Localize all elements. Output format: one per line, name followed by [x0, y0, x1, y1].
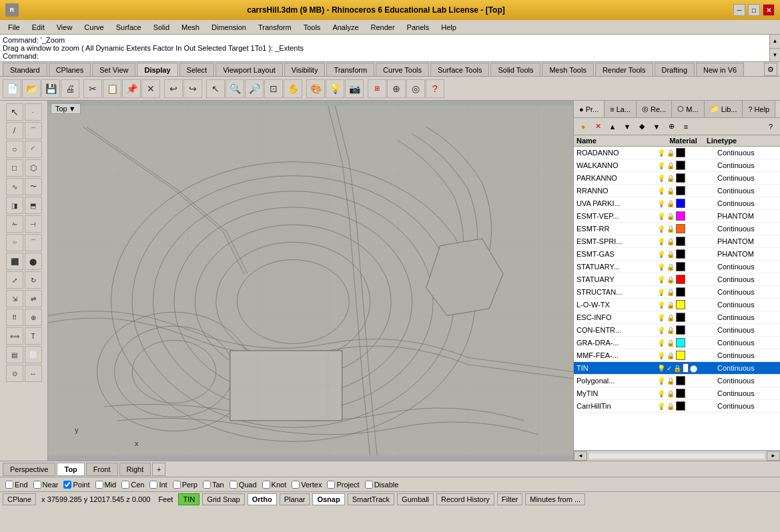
line-tool[interactable]: / [6, 122, 23, 139]
surface-tool[interactable]: ◨ [6, 197, 23, 214]
smarttrack-button[interactable]: SmartTrack [348, 493, 394, 505]
viewport-tab-perspective[interactable]: Perspective [3, 463, 55, 476]
layer-color-swatch[interactable] [676, 237, 685, 246]
circle-tool[interactable]: ○ [6, 141, 23, 158]
undo-button[interactable]: ↩ [164, 79, 183, 98]
record-history-button[interactable]: Record History [436, 493, 494, 505]
osnap-button[interactable]: Osnap [312, 493, 344, 505]
lock-icon[interactable]: 🔒 [667, 403, 675, 410]
layer-color-swatch[interactable] [676, 287, 685, 297]
panel-tab-help[interactable]: ? Help [743, 101, 775, 117]
box-tool[interactable]: ⬛ [6, 253, 23, 270]
minimize-button[interactable]: ─ [733, 4, 745, 16]
filter-button[interactable]: ◆ [635, 120, 649, 133]
menu-render[interactable]: Render [366, 22, 400, 33]
add-viewport-button[interactable]: + [152, 463, 165, 476]
chamfer-tool[interactable]: ⌒ [25, 234, 42, 251]
close-button[interactable]: ✕ [763, 4, 775, 16]
render-button[interactable]: 🎨 [306, 79, 325, 98]
lock-icon[interactable]: 🔒 [667, 327, 675, 334]
menu-view[interactable]: View [51, 22, 78, 33]
layer-color-swatch[interactable] [676, 224, 685, 233]
menu-transform[interactable]: Transform [253, 22, 297, 33]
layer-color-swatch[interactable] [676, 338, 685, 347]
layer-color-swatch[interactable] [676, 148, 685, 157]
hatch-tool[interactable]: ▤ [6, 346, 23, 363]
tab-drafting[interactable]: Drafting [655, 63, 695, 76]
scroll-right-button[interactable]: ► [767, 451, 780, 461]
lock-icon[interactable]: 🔒 [667, 352, 675, 359]
visibility-icon[interactable]: 💡 [657, 213, 665, 220]
layer-row[interactable]: ESC-INFO 💡 🔒 Continuous [574, 311, 780, 324]
layer-color-swatch[interactable] [676, 173, 685, 183]
visibility-icon[interactable]: 💡 [657, 339, 665, 347]
visibility-icon[interactable]: 💡 [657, 403, 665, 410]
layer-row[interactable]: GRA-DRA-... 💡 🔒 Continuous [574, 337, 780, 349]
panel-tab-materials[interactable]: ⬡ M... [672, 101, 704, 117]
help-button[interactable]: ? [426, 79, 444, 98]
cut-button[interactable]: ✂ [83, 79, 102, 98]
viewport-tab-front[interactable]: Front [86, 463, 118, 476]
layer-color-swatch[interactable] [676, 199, 685, 208]
grid-snap-button[interactable]: Grid Snap [202, 493, 245, 505]
layer-row[interactable]: PARKANNO 💡 🔒 Continuous [574, 172, 780, 185]
array-tool[interactable]: ⠿ [6, 309, 23, 326]
layer-row[interactable]: Polygonal... 💡 🔒 Continuous [574, 375, 780, 387]
panel-tab-render[interactable]: ◎ Re... [637, 101, 672, 117]
tab-display[interactable]: Display [137, 63, 177, 76]
layer-color-swatch[interactable] [676, 401, 685, 411]
grid-button[interactable]: ⊞ [368, 79, 386, 98]
cplane-indicator[interactable]: CPlane [3, 493, 36, 505]
extrude-tool[interactable]: ⬒ [25, 197, 42, 214]
visibility-icon[interactable]: 💡 [657, 200, 665, 207]
layer-row[interactable]: CON-ENTR... 💡 🔒 Continuous [574, 324, 780, 337]
material-column-header[interactable]: Material [660, 137, 707, 145]
layer-row[interactable]: STRUCTAN... 💡 🔒 Continuous [574, 286, 780, 299]
visibility-icon[interactable]: 💡 [657, 314, 665, 321]
end-checkbox[interactable]: End [5, 481, 28, 489]
quad-checkbox[interactable]: Quad [230, 481, 257, 489]
lock-icon[interactable]: 🔒 [667, 301, 675, 309]
vertex-checkbox[interactable]: Vertex [292, 481, 322, 489]
sphere-tool[interactable]: ⬤ [25, 253, 42, 270]
visibility-icon[interactable]: 💡 [657, 251, 665, 258]
menu-dimension[interactable]: Dimension [206, 22, 252, 33]
rectangle-tool[interactable]: □ [6, 159, 23, 177]
menu-solid[interactable]: Solid [148, 22, 175, 33]
panel-tab-layers[interactable]: ≡ La... [605, 101, 637, 117]
menu-analyze[interactable]: Analyze [327, 22, 364, 33]
paste-button[interactable]: 📌 [122, 79, 141, 98]
layer-row[interactable]: L-O-W-TX 💡 🔒 Continuous [574, 299, 780, 311]
knot-checkbox[interactable]: Knot [262, 481, 287, 489]
tab-render-tools[interactable]: Render Tools [595, 63, 653, 76]
perp-checkbox[interactable]: Perp [173, 481, 198, 489]
move-down-button[interactable]: ▼ [621, 120, 634, 133]
panel-help-button[interactable]: ? [764, 120, 777, 133]
lock-icon[interactable]: 🔒 [673, 365, 681, 372]
zoom-window-button[interactable]: ⊡ [264, 79, 283, 98]
new-layer-button[interactable]: ● [576, 120, 590, 133]
point-checkbox[interactable]: Point [63, 481, 89, 489]
tab-standard[interactable]: Standard [3, 63, 47, 76]
viewport-label[interactable]: Top ▼ [51, 103, 81, 114]
tab-transform[interactable]: Transform [326, 63, 374, 76]
lock-icon[interactable]: 🔒 [667, 213, 675, 220]
copy-button[interactable]: 📋 [103, 79, 121, 98]
tab-setview[interactable]: Set View [92, 63, 135, 76]
viewport-tab-right[interactable]: Right [119, 463, 151, 476]
light-button[interactable]: 💡 [326, 79, 344, 98]
zoom-in-button[interactable]: 🔍 [226, 79, 244, 98]
polyline-tool[interactable]: ⌒ [25, 122, 42, 139]
layer-color-swatch[interactable] [676, 376, 685, 385]
select-button[interactable]: ↖ [206, 79, 225, 98]
linetype-column-header[interactable]: Linetype [707, 137, 767, 145]
rotate-tool[interactable]: ↻ [25, 271, 42, 289]
layer-color-swatch[interactable] [676, 313, 685, 322]
layer-row[interactable]: ESMT-SPRI... 💡 🔒 PHANTOM [574, 235, 780, 248]
layer-color-swatch[interactable] [676, 161, 685, 170]
text-tool[interactable]: T [25, 327, 42, 345]
redo-button[interactable]: ↪ [183, 79, 202, 98]
layer-row[interactable]: WALKANNO 💡 🔒 Continuous [574, 159, 780, 172]
panel-tab-libraries[interactable]: 📁 Lib... [705, 101, 743, 117]
layer-row[interactable]: ESMT-VEP... 💡 🔒 PHANTOM [574, 210, 780, 223]
